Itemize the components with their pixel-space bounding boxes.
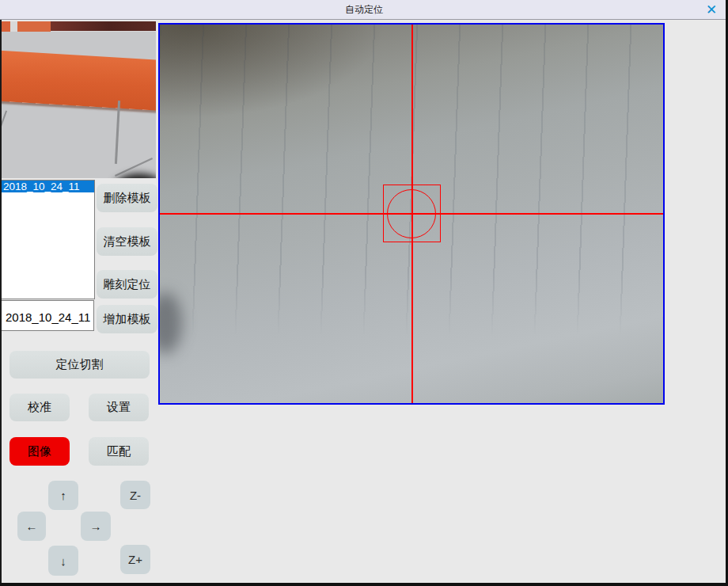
jog-z-minus-button[interactable]: Z-: [120, 481, 150, 509]
template-thumbnail: [0, 21, 156, 178]
auto-position-window: 自动定位 ✕ 2018_10_24_11 删除模板 清空模板 雕刻定位 增加模板…: [0, 0, 728, 586]
position-cut-button[interactable]: 定位切割: [9, 351, 150, 379]
jog-left-button[interactable]: ←: [17, 512, 46, 541]
image-button[interactable]: 图像: [9, 437, 70, 466]
thumb-orange-board: [0, 50, 156, 112]
window-border-bottom: [0, 583, 728, 586]
engrave-position-button[interactable]: 雕刻定位: [97, 270, 157, 299]
jog-z-plus-button[interactable]: Z+: [120, 545, 150, 574]
match-button[interactable]: 匹配: [89, 437, 149, 466]
match-region-circle: [387, 189, 436, 238]
calibrate-button[interactable]: 校准: [9, 394, 70, 421]
template-listbox[interactable]: 2018_10_24_11: [1, 180, 95, 299]
jog-down-button[interactable]: ↓: [48, 546, 78, 576]
camera-view[interactable]: [158, 23, 665, 405]
thumb-tile-line: [115, 101, 120, 164]
window-title: 自动定位: [0, 0, 728, 20]
add-template-button[interactable]: 增加模板: [97, 305, 157, 333]
thumb-maroon-strip: [51, 21, 156, 31]
settings-button[interactable]: 设置: [89, 394, 149, 421]
title-bar: 自动定位 ✕: [0, 0, 728, 20]
thumb-orange-piece: [17, 21, 51, 32]
delete-template-button[interactable]: 删除模板: [97, 184, 157, 212]
clear-templates-button[interactable]: 清空模板: [97, 227, 157, 256]
window-border-left: [0, 20, 2, 586]
template-name-input[interactable]: [1, 300, 94, 331]
close-icon[interactable]: ✕: [701, 0, 722, 20]
jog-up-button[interactable]: ↑: [48, 481, 78, 510]
jog-right-button[interactable]: →: [81, 512, 111, 541]
template-list-item[interactable]: 2018_10_24_11: [2, 181, 94, 192]
